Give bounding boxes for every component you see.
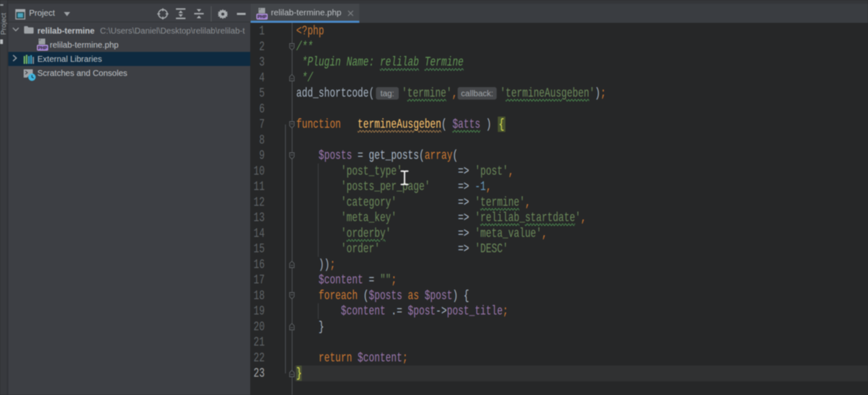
- svg-text:PHP: PHP: [257, 14, 267, 19]
- svg-text:PHP: PHP: [38, 45, 47, 50]
